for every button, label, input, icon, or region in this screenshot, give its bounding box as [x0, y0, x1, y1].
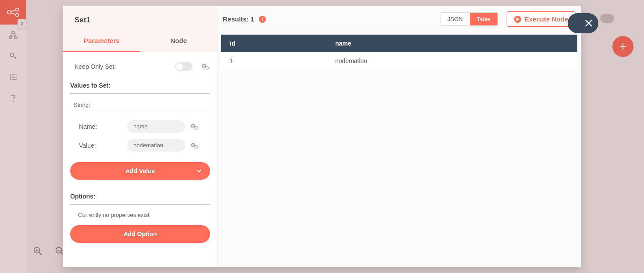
name-field-options[interactable]: [190, 122, 199, 131]
svg-point-1: [16, 8, 19, 11]
svg-point-0: [7, 11, 11, 14]
view-mode-segmented: JSON Table: [440, 12, 498, 26]
results-label: Results: 1: [223, 15, 254, 23]
options-empty-message: Currently no properties exist: [70, 209, 210, 222]
close-icon: [584, 19, 593, 28]
config-tabs: Parameters Node: [63, 31, 217, 52]
svg-marker-42: [516, 18, 519, 21]
zoom-in-button[interactable]: [31, 244, 45, 258]
tab-node[interactable]: Node: [140, 31, 218, 52]
svg-point-37: [193, 125, 194, 127]
col-header-id: id: [221, 35, 326, 52]
svg-line-14: [15, 57, 16, 58]
workflow-active-toggle[interactable]: [600, 14, 614, 23]
svg-rect-6: [9, 36, 12, 39]
cell-id: 1: [221, 52, 326, 70]
svg-line-3: [11, 10, 16, 12]
add-node-button[interactable]: [612, 36, 633, 57]
view-table-button[interactable]: Table: [470, 13, 497, 25]
add-option-button[interactable]: Add Option: [70, 225, 210, 243]
keep-only-set-label: Keep Only Set:: [75, 63, 116, 70]
string-type-label: String:: [70, 98, 210, 112]
svg-rect-7: [14, 36, 17, 39]
add-option-label: Add Option: [123, 230, 157, 238]
svg-rect-5: [12, 32, 14, 34]
app-logo[interactable]: [0, 0, 26, 25]
sitemap-icon: [9, 31, 18, 39]
gears-icon: [190, 124, 198, 130]
svg-point-41: [195, 145, 197, 148]
svg-point-40: [193, 144, 194, 145]
svg-point-21: [13, 101, 14, 102]
add-value-button[interactable]: Add Value: [70, 162, 210, 180]
chevron-right-icon: [20, 21, 24, 26]
tab-parameters[interactable]: Parameters: [63, 31, 140, 52]
table-header: id name: [221, 35, 577, 52]
gears-icon: [201, 64, 209, 70]
name-field-input[interactable]: [127, 120, 185, 133]
view-json-button[interactable]: JSON: [440, 13, 470, 25]
svg-point-2: [16, 14, 19, 17]
sidebar-expand-toggle[interactable]: [18, 19, 26, 28]
cell-name: nodemation: [326, 52, 577, 70]
zoom-controls: [31, 244, 67, 258]
svg-line-4: [11, 13, 16, 15]
workflow-logo-icon: [7, 7, 20, 17]
node-title: Set1: [63, 6, 217, 31]
value-field-label: Value:: [79, 142, 123, 149]
node-edit-modal: Set1 Parameters Node Keep Only Set:: [63, 6, 581, 267]
close-modal-button[interactable]: [568, 13, 598, 33]
play-icon: [514, 16, 521, 23]
chevron-down-icon: [196, 168, 202, 174]
results-info-icon[interactable]: i: [259, 16, 266, 23]
svg-point-12: [10, 53, 14, 57]
keep-only-set-options[interactable]: [200, 62, 210, 71]
plus-icon: [618, 42, 628, 51]
sidebar-item-executions[interactable]: [0, 67, 26, 88]
col-header-name: name: [326, 35, 577, 52]
sidebar-item-credentials[interactable]: [0, 46, 26, 67]
values-to-set-header: Values to Set:: [70, 78, 210, 94]
question-icon: [10, 94, 16, 103]
results-panel: Results: 1 i JSON Table Execute Node id …: [218, 6, 581, 267]
value-field-input[interactable]: [127, 139, 185, 152]
options-header: Options:: [70, 188, 210, 205]
gears-icon: [190, 142, 198, 149]
svg-line-23: [39, 252, 42, 255]
add-value-label: Add Value: [125, 167, 155, 174]
list-icon: [9, 74, 17, 81]
execute-node-button[interactable]: Execute Node: [507, 11, 576, 27]
execute-node-label: Execute Node: [525, 15, 568, 23]
zoom-in-icon: [33, 246, 43, 256]
svg-point-19: [10, 79, 11, 80]
svg-point-15: [10, 74, 11, 76]
value-field-options[interactable]: [190, 141, 199, 150]
keep-only-set-toggle[interactable]: [175, 62, 193, 71]
node-config-panel: Set1 Parameters Node Keep Only Set:: [63, 6, 218, 267]
left-sidebar: [0, 0, 26, 273]
key-icon: [9, 52, 17, 60]
table-row: 1 nodemation: [221, 52, 577, 70]
svg-point-35: [206, 67, 208, 69]
svg-point-17: [10, 77, 11, 78]
sidebar-item-help[interactable]: [0, 88, 26, 109]
svg-point-38: [195, 127, 197, 129]
results-table: id name 1 nodemation: [221, 35, 577, 70]
svg-point-34: [204, 66, 205, 67]
name-field-label: Name:: [79, 123, 123, 130]
